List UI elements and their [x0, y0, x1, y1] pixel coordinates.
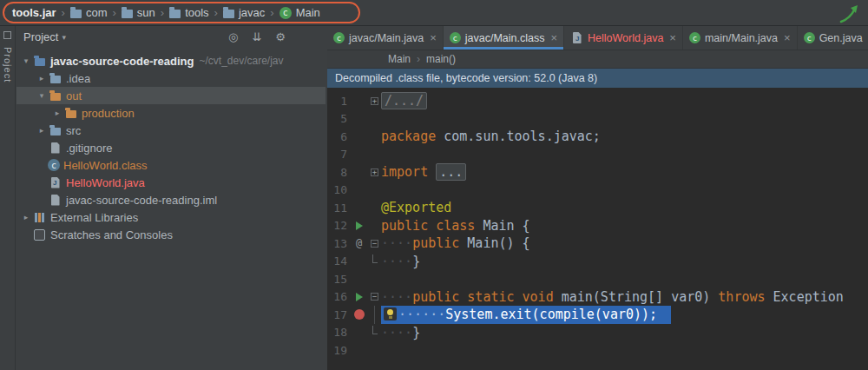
decompiled-banner: Decompiled .class file, bytecode version… [327, 69, 868, 88]
tree-item-Scratches and Consoles[interactable]: Scratches and Consoles [16, 226, 326, 243]
line-number[interactable]: 6 [327, 130, 350, 143]
chevron-down-icon[interactable]: ▾ [36, 91, 48, 100]
code-line-8[interactable]: 8+import ... [327, 163, 868, 182]
breadcrumb-item-sun[interactable]: sun [122, 6, 155, 19]
collapse-all-icon[interactable]: ⇊ [252, 30, 261, 43]
fold-collapse-icon[interactable]: − [371, 240, 378, 248]
code-line-1[interactable]: 1+/.../ [327, 92, 868, 110]
code-line-13[interactable]: 13@−····public Main() { [327, 235, 868, 253]
line-number[interactable]: 14 [327, 254, 350, 268]
file-icon [48, 141, 62, 155]
chevron-right-icon[interactable]: ▸ [51, 109, 63, 117]
close-icon[interactable]: × [550, 31, 557, 44]
line-number[interactable]: 17 [327, 308, 350, 321]
tree-item-.gitignore[interactable]: .gitignore [16, 139, 326, 156]
chevron-right-icon[interactable]: ▸ [20, 213, 32, 221]
breadcrumb-item-main()[interactable]: main() [426, 53, 456, 65]
line-number[interactable]: 5 [327, 112, 350, 125]
code-line-19[interactable]: 19 [327, 341, 868, 360]
intention-bulb-icon[interactable] [384, 307, 397, 320]
fold-expand-icon[interactable]: + [371, 168, 378, 176]
project-panel-title[interactable]: Project [23, 30, 58, 43]
tab-javac/Main.class[interactable]: cjavac/Main.class× [444, 26, 564, 50]
locate-icon[interactable]: ◎ [228, 30, 238, 43]
line-number[interactable]: 11 [327, 202, 350, 215]
code-line-11[interactable]: 11@Exported [327, 199, 868, 217]
tab-label: main/Main.java [705, 32, 778, 44]
breadcrumb-item-tools.jar[interactable]: tools.jar [12, 6, 56, 19]
tree-item-path: ~/cvt_dev/care/jav [199, 55, 283, 67]
line-number[interactable]: 15 [327, 273, 350, 286]
folder-excluded-icon [63, 106, 78, 120]
tree-item-External Libraries[interactable]: ▸External Libraries [16, 208, 326, 226]
breadcrumb-item-com[interactable]: com [70, 6, 108, 19]
code-line-12[interactable]: 12public class Main { [327, 217, 868, 235]
code-text: ····public Main() { [381, 235, 530, 253]
tree-item-label: javac-source-code-reading.iml [66, 194, 217, 207]
tab-main/Main.java[interactable]: cmain/Main.java× [683, 26, 798, 50]
close-icon[interactable]: × [430, 31, 437, 44]
breakpoint-icon[interactable] [354, 309, 365, 320]
tool-window-icon[interactable] [3, 31, 11, 39]
project-panel: Project ▾ ◎⇊⚙ ▾javac-source-code-reading… [16, 26, 326, 370]
line-number[interactable]: 8 [327, 166, 350, 179]
breadcrumb-label: javac [239, 6, 265, 19]
tree-item-label: .gitignore [66, 142, 112, 155]
fold-column: − [368, 288, 381, 307]
code-line-6[interactable]: 6package com.sun.tools.javac; [327, 128, 868, 146]
line-number[interactable]: 7 [327, 148, 350, 161]
code-line-18[interactable]: 18····} [327, 324, 868, 342]
close-icon[interactable]: × [669, 31, 676, 44]
close-icon[interactable]: × [784, 31, 791, 44]
code-line-16[interactable]: 16−····public static void main(String[] … [327, 288, 868, 307]
code-text: ····public static void main(String[] var… [381, 288, 844, 307]
code-line-5[interactable]: 5 [327, 110, 868, 129]
tree-item-production[interactable]: ▸production [16, 104, 326, 122]
line-number[interactable]: 1 [327, 95, 350, 108]
tree-item-javac-source-code-reading[interactable]: ▾javac-source-code-reading~/cvt_dev/care… [16, 52, 326, 69]
tree-item-.idea[interactable]: ▸.idea [16, 69, 326, 87]
tree-item-javac-source-code-reading.iml[interactable]: javac-source-code-reading.iml [16, 191, 326, 208]
fold-column: − [368, 235, 381, 253]
folder-project-icon [32, 54, 47, 68]
code-line-17[interactable]: 17········System.exit(compile(var0)); [327, 306, 868, 324]
tree-item-out[interactable]: ▾out [16, 87, 326, 104]
tree-item-HelloWorld.class[interactable]: cHelloWorld.class [16, 156, 326, 174]
code-line-10[interactable]: 10 [327, 182, 868, 200]
breadcrumb-item-Main[interactable]: cMain [279, 6, 320, 19]
tab-HelloWorld.java[interactable]: HelloWorld.java× [564, 26, 683, 50]
refresh-icon[interactable] [838, 4, 861, 23]
breadcrumb-item-javac[interactable]: javac [223, 6, 265, 19]
line-number[interactable]: 19 [327, 344, 350, 357]
code-line-14[interactable]: 14····} [327, 253, 868, 271]
fold-column [368, 253, 381, 271]
chevron-down-icon[interactable]: ▾ [62, 33, 66, 42]
run-icon[interactable] [356, 293, 363, 301]
project-stripe-label[interactable]: Project [3, 47, 13, 83]
line-number[interactable]: 13 [327, 237, 350, 250]
tab-Gen.java[interactable]: cGen.java× [798, 26, 868, 50]
breadcrumb-item-Main[interactable]: Main [388, 53, 411, 65]
code-line-15[interactable]: 15 [327, 270, 868, 288]
gutter [350, 221, 368, 230]
code-editor[interactable]: 1+/.../56package com.sun.tools.javac;78+… [327, 88, 868, 370]
fold-expand-icon[interactable]: + [371, 97, 378, 105]
settings-icon[interactable]: ⚙ [275, 30, 286, 43]
code-line-7[interactable]: 7 [327, 146, 868, 164]
fold-collapse-icon[interactable]: − [371, 293, 378, 301]
line-number[interactable]: 18 [327, 326, 350, 339]
run-icon[interactable] [356, 221, 363, 230]
chevron-right-icon[interactable]: ▸ [36, 74, 48, 83]
line-number[interactable]: 10 [327, 183, 350, 196]
tab-javac/Main.java[interactable]: cjavac/Main.java× [327, 26, 444, 50]
line-number[interactable]: 12 [327, 219, 350, 232]
breadcrumb-separator-icon: › [270, 6, 273, 19]
chevron-down-icon[interactable]: ▾ [20, 56, 32, 65]
tree-item-src[interactable]: ▸src [16, 122, 326, 139]
tree-item-HelloWorld.java[interactable]: HelloWorld.java [16, 174, 326, 191]
breadcrumb-item-tools[interactable]: tools [169, 6, 208, 19]
line-number[interactable]: 16 [327, 290, 350, 303]
code-token: Main { [483, 218, 529, 234]
folder-icon [169, 10, 181, 18]
chevron-right-icon[interactable]: ▸ [36, 126, 48, 135]
